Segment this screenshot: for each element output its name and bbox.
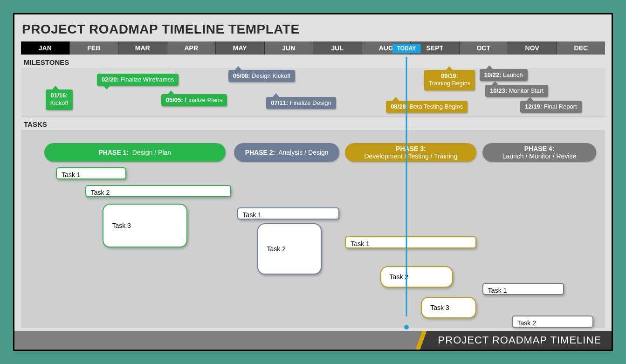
task-box-5[interactable]: Task 1	[345, 236, 476, 248]
phase-bar-4[interactable]: PHASE 4:Launch / Monitor / Revise	[482, 143, 596, 162]
milestone-4[interactable]: 07/11: Finalize Design	[266, 97, 336, 109]
month-header-row: JANFEBMARAPRMAYJUNJULAUGSEPTOCTNOVDEC	[21, 41, 605, 55]
milestones-label: MILESTONES	[21, 55, 605, 68]
task-box-9[interactable]: Task 2	[512, 316, 593, 328]
today-flag: TODAY	[392, 44, 421, 53]
month-column-may: MAY	[216, 41, 265, 55]
phase-bar-1[interactable]: PHASE 1: Design / Plan	[44, 143, 225, 162]
month-column-nov: NOV	[508, 41, 557, 55]
slide-frame: PROJECT ROADMAP TIMELINE TEMPLATE JANFEB…	[13, 13, 613, 351]
task-box-8[interactable]: Task 1	[482, 283, 564, 295]
slide-body: PROJECT ROADMAP TIMELINE TEMPLATE JANFEB…	[14, 14, 612, 331]
milestone-0[interactable]: 01/16:Kickoff	[46, 89, 73, 110]
milestones-band: TODAY 01/16:Kickoff02/20: Finalize Wiref…	[21, 68, 605, 117]
milestone-2[interactable]: 05/05: Finalize Plans	[161, 94, 227, 106]
footer-bar: PROJECT ROADMAP TIMELINE	[14, 331, 612, 350]
task-box-3[interactable]: Task 1	[237, 207, 339, 220]
page-title: PROJECT ROADMAP TIMELINE TEMPLATE	[22, 22, 605, 37]
phase-bar-2[interactable]: PHASE 2: Analysis / Design	[234, 143, 339, 162]
milestone-7[interactable]: 10/22: Launch	[480, 69, 528, 81]
month-column-mar: MAR	[118, 41, 167, 55]
month-column-oct: OCT	[460, 41, 509, 55]
month-column-apr: APR	[167, 41, 216, 55]
timeline-header-wrap: JANFEBMARAPRMAYJUNJULAUGSEPTOCTNOVDEC	[21, 41, 605, 55]
task-box-0[interactable]: Task 1	[56, 167, 126, 179]
milestone-3[interactable]: 05/08: Design Kickoff	[228, 70, 295, 82]
tasks-label: TASKS	[21, 117, 605, 130]
month-column-jan: JAN	[21, 41, 70, 55]
milestone-6[interactable]: 09/19:Training Begins	[424, 70, 475, 90]
footer-spacer	[14, 331, 412, 350]
milestone-1[interactable]: 02/20: Finalize Wireframes	[97, 74, 179, 86]
phase-bar-3[interactable]: PHASE 3:Development / Testing / Training	[345, 143, 476, 162]
month-column-dec: DEC	[557, 41, 605, 55]
today-line	[406, 57, 407, 316]
task-box-7[interactable]: Task 3	[421, 297, 476, 318]
task-box-4[interactable]: Task 2	[257, 223, 322, 275]
task-box-2[interactable]: Task 3	[103, 204, 187, 247]
task-box-6[interactable]: Task 2	[380, 266, 454, 288]
milestone-9[interactable]: 12/19: Final Report	[520, 101, 581, 113]
milestone-8[interactable]: 10/23: Monitor Start	[485, 85, 548, 97]
month-column-jun: JUN	[265, 41, 314, 55]
footer-accent-icon	[412, 331, 428, 350]
month-column-jul: JUL	[313, 41, 362, 55]
month-column-feb: FEB	[70, 41, 119, 55]
task-box-1[interactable]: Task 2	[85, 185, 231, 197]
tasks-band: PHASE 1: Design / PlanPHASE 2: Analysis …	[21, 130, 605, 328]
today-end-dot	[404, 325, 409, 330]
footer-title: PROJECT ROADMAP TIMELINE	[428, 331, 612, 350]
milestone-5[interactable]: 08/28: Beta Testing Begins	[386, 101, 468, 113]
